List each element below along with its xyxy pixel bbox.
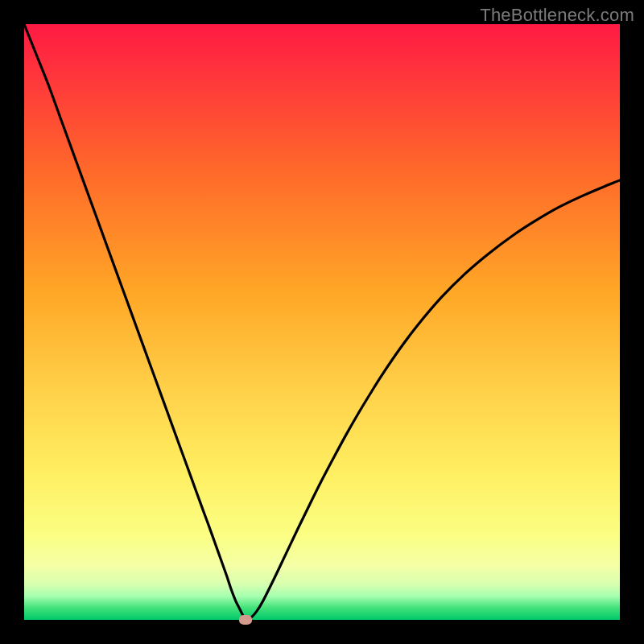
plot-area xyxy=(24,24,620,620)
optimum-marker xyxy=(239,615,252,625)
bottleneck-curve xyxy=(24,24,620,620)
watermark-text: TheBottleneck.com xyxy=(480,5,634,26)
curve-svg xyxy=(24,24,620,620)
chart-frame: TheBottleneck.com xyxy=(0,0,644,644)
